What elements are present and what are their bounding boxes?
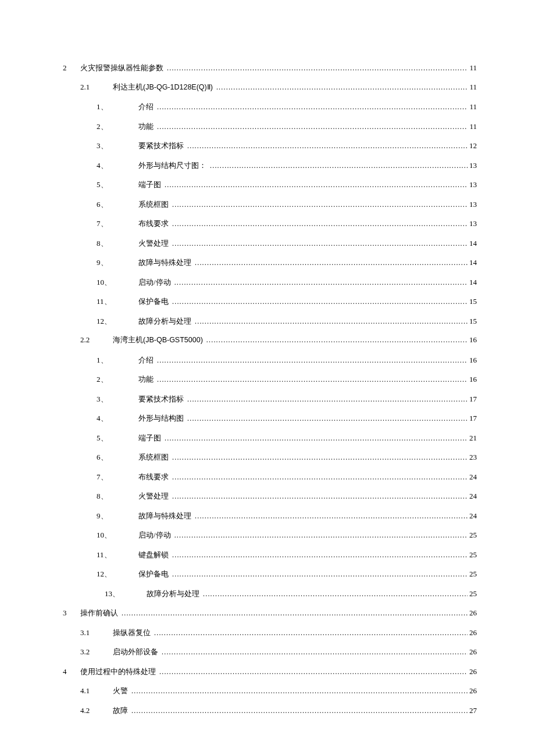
toc-leader xyxy=(159,668,468,676)
toc-page: 24 xyxy=(468,492,477,501)
toc-page: 23 xyxy=(468,453,477,462)
toc-label: 布线要求 xyxy=(138,219,169,228)
toc-leader xyxy=(157,103,468,112)
toc-label: 系统框图 xyxy=(138,453,169,461)
toc-entry: 4、外形与结构图17 xyxy=(63,413,477,433)
toc-entry: 12、故障分析与处理15 xyxy=(63,316,477,336)
toc-leader xyxy=(165,434,468,443)
toc-label: 操纵器复位 xyxy=(113,628,151,637)
toc-leader xyxy=(172,298,468,306)
toc-label: 介绍 xyxy=(138,102,154,111)
toc-number: 6、 xyxy=(97,199,129,210)
toc-number: 2、 xyxy=(97,374,129,385)
toc-number: 7、 xyxy=(97,218,129,229)
toc-number: 4.1 xyxy=(80,686,113,696)
toc-number: 4 xyxy=(63,667,80,676)
toc-entry: 2.2海湾主机(JB-QB-GST5000)16 xyxy=(63,335,477,355)
toc-page: 15 xyxy=(468,317,477,326)
toc-label: 键盘解锁 xyxy=(138,550,169,559)
toc-label: 保护备电 xyxy=(138,569,169,578)
toc-leader xyxy=(172,453,468,462)
toc-page: 11 xyxy=(468,102,477,112)
toc-label: 布线要求 xyxy=(138,472,169,481)
toc-entry: 1、介绍11 xyxy=(63,102,477,121)
toc-page: 26 xyxy=(468,686,477,696)
toc-entry: 2、功能16 xyxy=(63,374,477,394)
toc-label: 功能 xyxy=(138,122,154,131)
toc-label: 火警处理 xyxy=(138,492,169,500)
toc-number: 8、 xyxy=(97,491,129,501)
toc-page: 27 xyxy=(468,706,477,715)
toc-number: 3、 xyxy=(97,141,129,151)
toc-page: 17 xyxy=(468,414,477,423)
toc-number: 3 xyxy=(63,608,80,618)
toc-entry: 4、外形与结构尺寸图：13 xyxy=(63,160,477,180)
toc-page: 12 xyxy=(468,141,477,151)
toc-number: 10、 xyxy=(97,277,129,288)
toc-page: 13 xyxy=(468,200,477,209)
toc-label: 启动/停动 xyxy=(138,531,171,539)
toc-entry: 5、端子图13 xyxy=(63,180,477,199)
toc-leader xyxy=(187,142,468,151)
toc-leader xyxy=(122,609,468,618)
toc-label: 启动/停动 xyxy=(138,278,171,286)
toc-leader xyxy=(210,162,468,170)
toc-page: 11 xyxy=(468,63,477,73)
toc-number: 8、 xyxy=(97,238,129,249)
toc-label: 故障与特殊处理 xyxy=(138,511,191,520)
toc-page: 11 xyxy=(468,83,477,92)
toc-entry: 2、功能11 xyxy=(63,121,477,141)
toc-number: 9、 xyxy=(97,511,129,521)
toc-page: 14 xyxy=(468,258,477,267)
toc-leader xyxy=(195,317,468,326)
toc-leader xyxy=(187,395,468,404)
toc-label: 操作前确认 xyxy=(80,608,118,617)
toc-page: 25 xyxy=(468,550,477,560)
toc-entry: 3操作前确认26 xyxy=(63,608,477,628)
toc-label: 系统框图 xyxy=(138,200,169,209)
toc-label: 功能 xyxy=(138,375,154,384)
toc-number: 11、 xyxy=(97,550,129,560)
toc-entry: 2火灾报警操纵器性能参数11 xyxy=(63,63,477,83)
toc-page: 17 xyxy=(468,395,477,404)
toc-leader xyxy=(172,551,468,560)
toc-leader xyxy=(162,648,468,657)
toc-number: 5、 xyxy=(97,180,129,190)
toc-entry: 3.1操纵器复位26 xyxy=(63,628,477,647)
toc-entry: 7、布线要求13 xyxy=(63,218,477,238)
toc-label: 火灾报警操纵器性能参数 xyxy=(80,63,163,72)
toc-page: 16 xyxy=(468,375,477,384)
toc-page: 25 xyxy=(468,569,477,579)
toc-label: 故障 xyxy=(113,706,128,715)
toc-number: 2 xyxy=(63,63,80,73)
toc-leader xyxy=(157,375,468,384)
toc-leader xyxy=(131,707,468,715)
toc-leader xyxy=(167,64,468,73)
toc-leader xyxy=(131,687,468,696)
toc-number: 6、 xyxy=(97,452,129,463)
toc-page: 16 xyxy=(468,335,477,345)
toc-page: 24 xyxy=(468,511,477,521)
toc-entry: 2.1利达主机(JB-QG-1D128E(Q)Ⅱ)11 xyxy=(63,83,477,102)
toc-entry: 10、启动/停动25 xyxy=(63,530,477,550)
toc-page: 25 xyxy=(468,589,477,599)
toc-entry: 1、介绍16 xyxy=(63,355,477,375)
table-of-contents: 2火灾报警操纵器性能参数112.1利达主机(JB-QG-1D128E(Q)Ⅱ)1… xyxy=(63,63,477,725)
toc-entry: 3、要紧技术指标17 xyxy=(63,394,477,414)
toc-entry: 11、键盘解锁25 xyxy=(63,550,477,569)
toc-leader xyxy=(154,629,468,637)
toc-leader xyxy=(157,123,468,131)
toc-number: 3、 xyxy=(97,394,129,404)
toc-number: 4.2 xyxy=(80,706,113,715)
toc-leader xyxy=(195,259,468,267)
toc-leader xyxy=(172,220,468,228)
toc-label: 火警 xyxy=(113,686,128,695)
toc-entry: 12、保护备电25 xyxy=(63,569,477,589)
toc-leader xyxy=(172,473,468,482)
toc-entry: 3、要紧技术指标12 xyxy=(63,141,477,160)
toc-label: 外形与结构图 xyxy=(138,414,184,422)
toc-entry: 9、故障与特殊处理14 xyxy=(63,257,477,277)
toc-page: 13 xyxy=(468,180,477,189)
toc-entry: 8、火警处理24 xyxy=(63,491,477,511)
toc-number: 1、 xyxy=(97,102,129,112)
